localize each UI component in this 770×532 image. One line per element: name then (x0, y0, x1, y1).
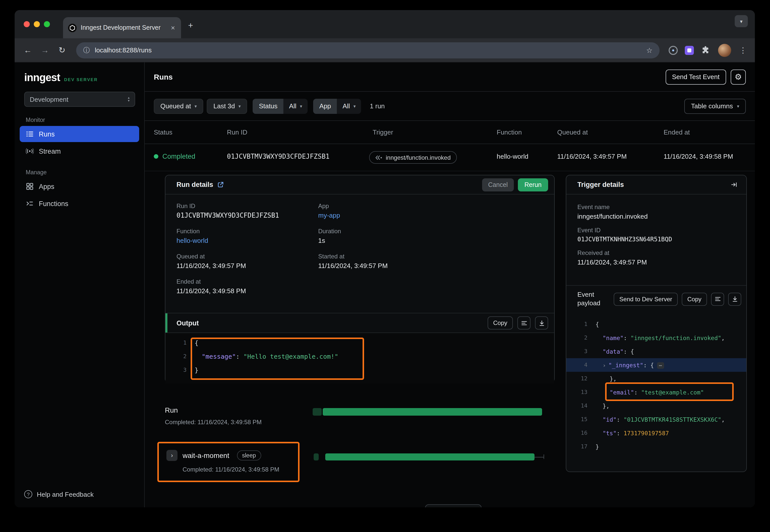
copy-output-button[interactable]: Copy (488, 316, 513, 329)
duration-label: Duration (318, 228, 543, 235)
row-status: Completed (154, 153, 196, 160)
wrap-lines-button[interactable] (711, 292, 724, 306)
fold-chevron-icon[interactable]: › (603, 362, 606, 369)
queued-at-filter[interactable]: Queued at ▾ (154, 98, 204, 114)
fold-ellipsis[interactable]: ⋯ (657, 362, 664, 369)
inngest-app: inngest DEV SERVER Development ▴▾ Monito… (15, 62, 755, 507)
settings-gear-button[interactable]: ⚙ (731, 69, 746, 84)
output-title: Output (176, 319, 199, 327)
function-link[interactable]: hello-world (176, 237, 318, 244)
address-bar[interactable]: ⓘ localhost:8288/runs ☆ (76, 42, 660, 58)
step-completed: Completed: 11/16/2024, 3:49:58 PM (182, 466, 279, 473)
payload-code: 1{ 2"name": "inngest/function.invoked", … (566, 312, 746, 473)
column-queued-at: Queued at (557, 128, 588, 136)
external-link-icon[interactable] (217, 181, 224, 188)
help-and-feedback[interactable]: ? Help and Feedback (24, 490, 94, 498)
code-line: 3"data": { (566, 345, 746, 358)
code-line-collapsed[interactable]: 4›"_inngest": {⋯ (566, 358, 746, 372)
tab-search-button[interactable]: ▾ (735, 15, 748, 27)
bookmark-star-icon[interactable]: ☆ (646, 46, 653, 54)
code-line: 16"ts": 1731790197587 (566, 426, 746, 440)
cancel-button[interactable]: Cancel (482, 178, 514, 191)
copy-payload-button[interactable]: Copy (682, 292, 707, 306)
step-progress-trail (534, 457, 543, 457)
table-row[interactable]: Completed 01JCVBTMV3WXY9D3CFDEJFZSB1 inn… (145, 144, 755, 171)
wrap-lines-button[interactable] (517, 316, 530, 329)
column-trigger: Trigger (373, 128, 393, 136)
forward-button[interactable]: → (38, 43, 52, 57)
rerun-button[interactable]: Rerun (518, 178, 548, 191)
url-text[interactable]: localhost:8288/runs (95, 46, 641, 54)
sidebar-item-functions[interactable]: Functions (20, 195, 139, 212)
table-columns-button[interactable]: Table columns ▾ (685, 98, 746, 114)
expand-button-partial[interactable] (425, 504, 481, 507)
run-count: 1 run (370, 102, 385, 110)
timeline-run[interactable]: Run Completed: 11/16/2024, 3:49:58 PM (165, 406, 262, 426)
app-filter[interactable]: App All ▾ (313, 98, 361, 114)
step-progress-tick (543, 454, 544, 459)
ended-at-value: 11/16/2024, 3:49:58 PM (176, 287, 318, 295)
window-controls (24, 21, 50, 27)
tab-title: Inngest Development Server (81, 24, 166, 31)
sidebar-item-label: Apps (39, 183, 54, 190)
app-link[interactable]: my-app (318, 212, 543, 219)
reload-button[interactable]: ↻ (55, 43, 69, 57)
close-window-button[interactable] (24, 21, 30, 27)
column-ended-at: Ended at (664, 128, 690, 136)
zoom-window-button[interactable] (44, 21, 50, 27)
time-range-label: Last 3d (214, 102, 235, 110)
sidebar-item-runs[interactable]: Runs (20, 126, 139, 142)
environment-select[interactable]: Development ▴▾ (24, 92, 135, 107)
annotation-rect-step (157, 442, 300, 482)
close-tab-icon[interactable]: × (170, 24, 176, 32)
extension-icon[interactable] (669, 46, 678, 55)
row-trigger[interactable]: inngest/function.invoked (369, 151, 457, 164)
event-payload-label: Event payload (578, 291, 607, 307)
extension-purple-icon[interactable] (685, 46, 694, 55)
output-header: Output Copy (165, 313, 554, 333)
extensions-puzzle-icon[interactable] (701, 46, 710, 55)
page-header: Runs Send Test Event ⚙ (145, 62, 755, 92)
started-at-label: Started at (318, 253, 543, 260)
scroll-to-bottom-button[interactable] (728, 292, 741, 306)
code-line: 2"name": "inngest/function.invoked", (566, 331, 746, 345)
sidebar-item-stream[interactable]: Stream (20, 143, 139, 159)
send-to-dev-server-button[interactable]: Send to Dev Server (614, 292, 678, 306)
status-filter-value[interactable]: All ▾ (284, 98, 308, 114)
event-id-value: 01JCVBTMTKNHNHZ3SN64R51BQD (578, 236, 735, 243)
browser-tab[interactable]: Inngest Development Server × (63, 17, 181, 38)
section-label-manage: Manage (26, 169, 144, 175)
minimize-window-button[interactable] (34, 21, 40, 27)
chevron-down-icon: ▾ (239, 104, 241, 109)
event-payload-header: Event payload Send to Dev Server Copy (566, 285, 746, 312)
status-filter[interactable]: Status All ▾ (253, 98, 308, 114)
sidebar: inngest DEV SERVER Development ▴▾ Monito… (15, 62, 145, 507)
run-details-title: Run details (176, 181, 213, 188)
scroll-to-bottom-button[interactable] (535, 316, 548, 329)
new-tab-button[interactable]: + (188, 21, 193, 31)
step-kind-badge: sleep (237, 450, 261, 460)
stream-icon (26, 147, 34, 155)
section-label-monitor: Monitor (26, 117, 144, 123)
app-filter-value[interactable]: All ▾ (337, 98, 361, 114)
profile-avatar[interactable] (718, 44, 731, 57)
received-at-label: Received at (578, 249, 735, 256)
run-progress-lead (313, 408, 322, 416)
browser-menu-icon[interactable]: ⋮ (739, 46, 747, 55)
output-code: 1{ 2"message": "Hello test@example.com!"… (165, 333, 554, 383)
send-test-event-button[interactable]: Send Test Event (665, 69, 726, 84)
step-progress-bar (325, 453, 534, 460)
duration-value: 1s (318, 237, 543, 244)
back-button[interactable]: ← (21, 43, 35, 57)
sidebar-item-apps[interactable]: Apps (20, 178, 139, 194)
column-run-id: Run ID (227, 128, 247, 136)
event-trigger-icon (375, 155, 382, 160)
site-info-icon[interactable]: ⓘ (83, 46, 90, 55)
step-expand-button[interactable]: › (166, 450, 177, 461)
collapse-panel-button[interactable] (727, 178, 740, 191)
trigger-fields: Event nameinngest/function.invoked Event… (566, 194, 746, 273)
code-line: 1{ (165, 336, 554, 350)
queued-at-label: Queued at (160, 102, 191, 110)
time-range-filter[interactable]: Last 3d ▾ (207, 98, 247, 114)
trigger-details-header: Trigger details (566, 175, 746, 194)
